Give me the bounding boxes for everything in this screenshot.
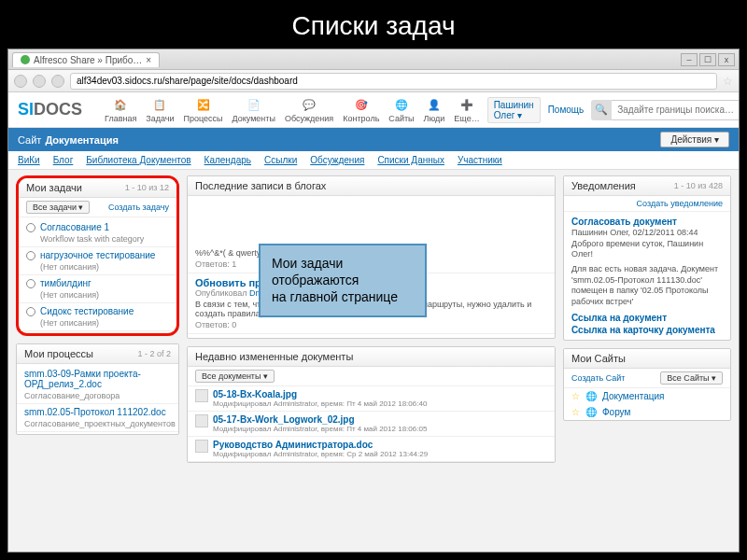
main-toolbar: 🏠Главная 📋Задачи 🔀Процессы 📄Документы 💬О… [105,96,480,123]
blog-post[interactable]: Установка обновлений [188,334,555,339]
create-task-link[interactable]: Создать задачу [108,203,169,212]
star-icon[interactable]: ☆ [571,391,580,401]
toolbar-tasks[interactable]: 📋Задачи [146,96,174,123]
toolbar-sites[interactable]: 🌐Сайты [388,96,414,123]
search-box: 🔍 [591,100,740,120]
back-button[interactable] [14,75,27,88]
toolbar-control[interactable]: 🎯Контроль [343,96,379,123]
process-item[interactable]: smm.02.05-Протокол 111202.docСогласовани… [17,404,178,432]
toolbar-label: Процессы [184,114,223,123]
process-icon: 🔀 [195,96,212,113]
my-tasks-dashlet: Мои задачи1 - 10 из 12 Все задачи ▾ Созд… [16,175,179,336]
toolbar-home[interactable]: 🏠Главная [105,96,136,123]
task-link[interactable]: нагрузочное тестирование [40,250,169,260]
nav-wiki[interactable]: ВиКи [18,155,40,165]
nav-discussions[interactable]: Обсуждения [310,155,364,165]
chat-icon: 💬 [301,96,317,113]
star-icon[interactable]: ☆ [571,407,580,417]
toolbar-label: Люди [424,114,445,123]
task-item[interactable]: тимбилдинг(Нет описания) [19,275,176,303]
callout-line: Мои задачи [272,255,414,272]
site-actions-button[interactable]: Действия ▾ [660,132,729,147]
annotation-callout: Мои задачи отображаются на главной стран… [259,244,427,317]
nav-doclib[interactable]: Библиотека Документов [86,155,190,165]
toolbar-more[interactable]: ➕Еще… [454,96,479,123]
user-menu[interactable]: Пашинин Олег ▾ [487,97,541,123]
logo[interactable]: SIDOCS [18,100,82,119]
bookmark-icon[interactable]: ☆ [723,75,733,88]
task-filter-dropdown[interactable]: Все задачи ▾ [26,201,90,214]
site-link[interactable]: Документация [602,391,665,401]
nav-blog[interactable]: Блог [53,155,74,165]
status-icon [26,251,35,260]
help-link[interactable]: Помощь [548,105,585,115]
create-site-link[interactable]: Создать Сайт [571,373,625,383]
dashlet-title: Последние записи в блогах [195,180,326,191]
site-name: Документация [45,134,119,146]
window-max-button[interactable]: ☐ [699,53,716,66]
toolbar-documents[interactable]: 📄Документы [233,96,275,123]
toolbar-label: Документы [233,114,275,123]
task-item[interactable]: нагрузочное тестирование(Нет описания) [19,247,176,275]
notif-doc-link[interactable]: Ссылка на документ [571,312,723,324]
toolbar-label: Еще… [454,114,479,123]
dashlet-title: Мои задачи [26,182,82,193]
task-desc: Workflow task with category [40,234,144,244]
tasks-icon: 📋 [151,96,168,113]
site-link[interactable]: Форум [602,407,630,417]
task-item[interactable]: Согласование 1Workflow task with categor… [19,219,176,247]
nav-members[interactable]: Участники [458,155,502,165]
site-item[interactable]: ☆🌐Документация [564,388,730,404]
nav-calendar[interactable]: Календарь [204,155,251,165]
doc-link[interactable]: Руководство Администратора.doc [213,440,547,450]
process-link[interactable]: smm.02.05-Протокол 111202.doc [24,407,176,417]
app-header: SIDOCS 🏠Главная 📋Задачи 🔀Процессы 📄Докум… [8,92,739,128]
browser-tab[interactable]: Alfresco Share » Прибо… × [12,52,160,67]
dashlet-title: Уведомления [571,180,636,191]
create-notification-link[interactable]: Создать уведомление [637,199,723,208]
task-link[interactable]: тимбилдинг [40,278,169,288]
doc-item[interactable]: Руководство Администратора.docМодифициро… [188,437,555,462]
url-input[interactable] [70,73,717,90]
site-prefix: Сайт [18,134,41,146]
blog-title-link[interactable]: Установка обновлений [195,338,547,339]
doc-item[interactable]: 05-17-Bx-Work_Logwork_02.jpgМодифицирова… [188,412,555,437]
task-item[interactable]: Сидокс тестирование(Нет описания) [19,303,176,331]
doc-filter-dropdown[interactable]: Все документы ▾ [195,370,275,383]
notif-body: Для вас есть новая задача. Документ 'smm… [571,264,723,308]
window-close-button[interactable]: x [718,53,735,66]
doc-link[interactable]: 05-18-Bx-Koala.jpg [213,389,547,399]
window-min-button[interactable]: – [681,53,698,66]
site-icon: 🌐 [585,407,597,417]
task-link[interactable]: Сидокс тестирование [40,306,169,316]
notification-item[interactable]: Согласовать документ Пашинин Олег, 02/12… [564,212,730,340]
task-link[interactable]: Согласование 1 [40,222,169,232]
dashlet-title: Мои Сайты [571,353,626,364]
notif-title[interactable]: Согласовать документ [571,216,723,228]
search-input[interactable] [612,100,740,120]
toolbar-processes[interactable]: 🔀Процессы [184,96,223,123]
process-item[interactable]: smm.03-09-Рамки проекта-ОРД_релиз_2.docС… [17,366,178,404]
process-link[interactable]: smm.03-09-Рамки проекта-ОРД_релиз_2.doc [24,369,171,389]
slide-title: Списки задач [0,0,747,49]
notif-card-link[interactable]: Ссылка на карточку документа [571,324,723,336]
notif-from: Пашинин Олег, 02/12/2011 08:44 [571,228,723,239]
forward-button[interactable] [33,75,46,88]
blog-replies: Ответов: 0 [195,320,547,329]
search-icon[interactable]: 🔍 [591,100,612,120]
nav-datalists[interactable]: Списки Данных [377,155,444,165]
toolbar-discussions[interactable]: 💬Обсуждения [285,96,333,123]
doc-item[interactable]: 05-18-Bx-Koala.jpgМодифицировал Administ… [188,386,555,412]
doc-link[interactable]: 05-17-Bx-Work_Logwork_02.jpg [213,414,547,425]
reload-button[interactable] [51,75,64,88]
site-nav: ВиКи Блог Библиотека Документов Календар… [8,151,739,170]
person-icon: 👤 [426,96,443,113]
toolbar-people[interactable]: 👤Люди [424,96,445,123]
sites-filter-dropdown[interactable]: Все Сайты ▾ [660,371,723,385]
site-item[interactable]: ☆🌐Форум [564,404,730,420]
tab-close-icon[interactable]: × [146,55,151,65]
toolbar-label: Задачи [146,114,174,123]
nav-links[interactable]: Ссылки [264,155,297,165]
toolbar-label: Обсуждения [285,114,333,123]
target-icon: 🎯 [353,96,370,113]
